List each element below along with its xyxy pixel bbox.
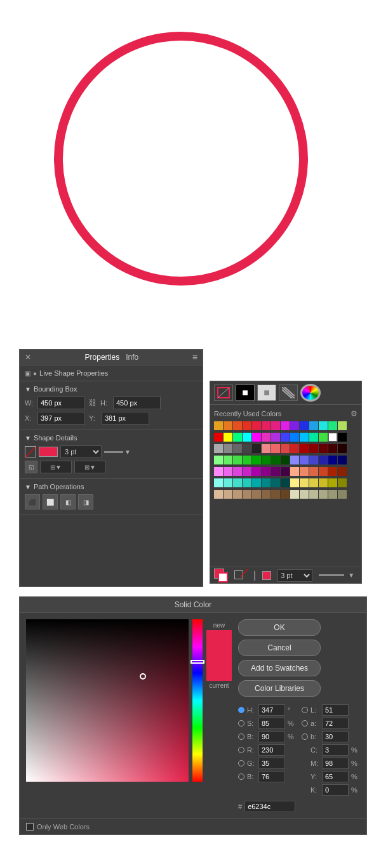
swatch[interactable] bbox=[281, 490, 290, 499]
swatch[interactable] bbox=[252, 490, 261, 499]
swatch[interactable] bbox=[243, 490, 251, 499]
h-radio[interactable] bbox=[238, 707, 244, 713]
b2-radio[interactable] bbox=[238, 773, 244, 780]
swatch[interactable] bbox=[281, 467, 290, 476]
bounding-box-header[interactable]: ▼ Bounding Box bbox=[25, 384, 197, 394]
swatch[interactable] bbox=[243, 421, 251, 430]
panel-menu-icon[interactable]: ≡ bbox=[192, 352, 197, 362]
swatch[interactable] bbox=[328, 433, 337, 442]
swatch[interactable] bbox=[300, 490, 309, 499]
swatch[interactable] bbox=[214, 490, 223, 499]
swatch[interactable] bbox=[224, 433, 232, 442]
swatch[interactable] bbox=[252, 433, 261, 442]
c-input[interactable] bbox=[322, 744, 349, 756]
stroke-color-indicator[interactable] bbox=[262, 571, 271, 580]
swatch[interactable] bbox=[309, 490, 318, 499]
g-input[interactable] bbox=[258, 758, 285, 769]
align-dist-select[interactable]: ⊠ ▼ bbox=[74, 461, 106, 473]
r-radio[interactable] bbox=[238, 747, 244, 753]
g-radio[interactable] bbox=[238, 760, 244, 766]
panel-close-btn[interactable]: ✕ bbox=[25, 353, 31, 362]
swatch[interactable] bbox=[290, 467, 299, 476]
width-input[interactable] bbox=[37, 397, 85, 409]
swatch[interactable] bbox=[243, 456, 251, 464]
swatch[interactable] bbox=[243, 467, 251, 476]
fill-black-btn[interactable]: ■ bbox=[236, 385, 255, 401]
swatch[interactable] bbox=[262, 478, 271, 487]
swatch[interactable] bbox=[328, 467, 337, 476]
swatch[interactable] bbox=[262, 490, 271, 499]
swatch[interactable] bbox=[328, 478, 337, 487]
swatch[interactable] bbox=[338, 421, 347, 430]
swatch[interactable] bbox=[300, 421, 309, 430]
swatch[interactable] bbox=[252, 456, 261, 464]
swatch[interactable] bbox=[300, 433, 309, 442]
path-op-exclude-btn[interactable]: ◨ bbox=[78, 494, 93, 510]
tab-info[interactable]: Info bbox=[126, 353, 138, 362]
b2-input[interactable] bbox=[258, 771, 285, 782]
swatch[interactable] bbox=[309, 478, 318, 487]
swatch[interactable] bbox=[271, 444, 280, 453]
swatch[interactable] bbox=[252, 421, 261, 430]
swatch[interactable] bbox=[338, 433, 347, 442]
color-picker-mode-btn[interactable] bbox=[300, 384, 321, 402]
swatch[interactable] bbox=[214, 478, 223, 487]
swatch[interactable] bbox=[262, 467, 271, 476]
path-op-intersect-btn[interactable]: ◧ bbox=[60, 494, 76, 510]
b3-input[interactable] bbox=[322, 731, 349, 742]
swatch[interactable] bbox=[224, 490, 232, 499]
y-input[interactable] bbox=[102, 412, 149, 424]
swatch[interactable] bbox=[290, 490, 299, 499]
color-libraries-button[interactable]: Color Libraries bbox=[238, 680, 321, 697]
swatch[interactable] bbox=[214, 456, 223, 464]
path-operations-header[interactable]: ▼ Path Operations bbox=[25, 482, 197, 492]
stroke-color-preview[interactable] bbox=[39, 447, 58, 457]
swatch[interactable] bbox=[300, 444, 309, 453]
path-op-minus-front-btn[interactable]: ⬜ bbox=[43, 494, 58, 510]
y-input[interactable] bbox=[322, 771, 349, 782]
swatch[interactable] bbox=[290, 421, 299, 430]
swatch[interactable] bbox=[338, 444, 347, 453]
swatch[interactable] bbox=[233, 456, 242, 464]
swatch[interactable] bbox=[281, 433, 290, 442]
ok-button[interactable]: OK bbox=[238, 619, 321, 636]
swatch[interactable] bbox=[281, 456, 290, 464]
swatch[interactable] bbox=[300, 467, 309, 476]
swatch[interactable] bbox=[233, 490, 242, 499]
swatch[interactable] bbox=[309, 456, 318, 464]
swatch[interactable] bbox=[252, 467, 261, 476]
swatch[interactable] bbox=[328, 444, 337, 453]
swatch[interactable] bbox=[214, 467, 223, 476]
swatch[interactable] bbox=[309, 467, 318, 476]
swatch[interactable] bbox=[281, 478, 290, 487]
path-op-unite-btn[interactable]: ⬛ bbox=[25, 494, 40, 510]
swatch[interactable] bbox=[224, 467, 232, 476]
stroke-mode-indicator[interactable]: | bbox=[253, 570, 256, 581]
s-radio[interactable] bbox=[238, 720, 244, 727]
swatch[interactable] bbox=[262, 444, 271, 453]
swatch[interactable] bbox=[262, 421, 271, 430]
swatch[interactable] bbox=[338, 467, 347, 476]
swatch[interactable] bbox=[233, 433, 242, 442]
k-input[interactable] bbox=[322, 784, 349, 796]
swatch[interactable] bbox=[281, 444, 290, 453]
swatch[interactable] bbox=[328, 421, 337, 430]
r-input[interactable] bbox=[258, 744, 285, 756]
b-radio[interactable] bbox=[238, 733, 244, 740]
swatch[interactable] bbox=[224, 444, 232, 453]
link-wh-icon[interactable]: ⛓ bbox=[89, 398, 97, 407]
height-input[interactable] bbox=[113, 397, 161, 409]
swatch[interactable] bbox=[271, 467, 280, 476]
swatch[interactable] bbox=[328, 490, 337, 499]
swatch[interactable] bbox=[271, 490, 280, 499]
swatch[interactable] bbox=[214, 433, 223, 442]
swatch[interactable] bbox=[233, 421, 242, 430]
cancel-button[interactable]: Cancel bbox=[238, 640, 321, 656]
swatch[interactable] bbox=[243, 478, 251, 487]
swatch[interactable] bbox=[319, 433, 328, 442]
swatch[interactable] bbox=[262, 456, 271, 464]
b-input[interactable] bbox=[258, 731, 285, 742]
l-input[interactable] bbox=[322, 704, 349, 716]
swatch[interactable] bbox=[233, 467, 242, 476]
align-tl-btn[interactable]: ◱ bbox=[25, 461, 37, 473]
